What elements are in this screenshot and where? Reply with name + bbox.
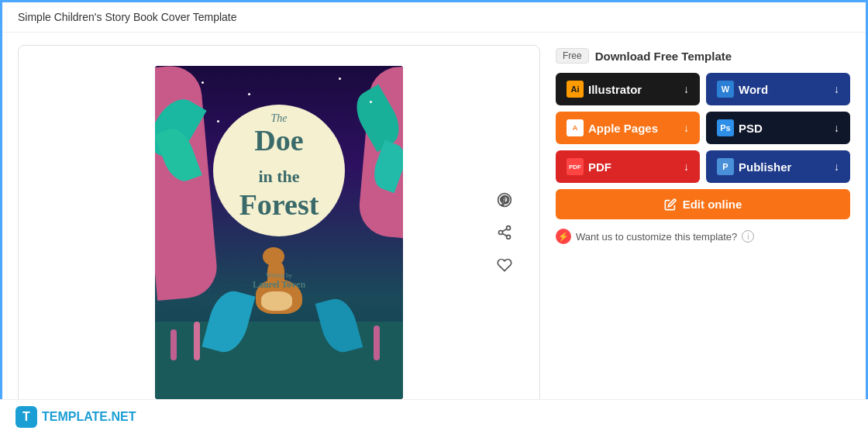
right-panel: Free Download Free Template Ai Illustrat… xyxy=(556,45,850,419)
publisher-label: Publisher xyxy=(739,160,791,174)
publisher-btn-icon-area: P Publisher xyxy=(717,158,828,175)
blue-leaf-2 xyxy=(315,294,363,356)
illustrator-download-button[interactable]: Ai Illustrator ↓ xyxy=(556,73,700,105)
free-badge-row: Free Download Free Template xyxy=(556,48,850,64)
pdf-icon: PDF xyxy=(567,158,584,175)
word-download-arrow: ↓ xyxy=(834,83,839,95)
download-title: Download Free Template xyxy=(595,50,732,63)
book-title-in-the: in the xyxy=(258,167,299,186)
word-download-button[interactable]: W Word ↓ xyxy=(706,73,850,105)
illustrator-label: Illustrator xyxy=(588,83,642,96)
edit-online-label: Edit online xyxy=(683,198,742,211)
pdf-btn-icon-area: PDF PDF xyxy=(567,158,677,175)
svg-point-0 xyxy=(507,226,511,229)
logo-t-icon: T xyxy=(16,406,37,428)
logo-letter: T xyxy=(22,410,30,424)
preview-area: The Doe in the Forest Written by Laurel … xyxy=(18,45,540,419)
download-buttons-grid: Ai Illustrator ↓ W Word ↓ A Apple Pages xyxy=(556,73,850,183)
book-written-by: Written by xyxy=(155,272,403,279)
book-cover-inner: The Doe in the Forest Written by Laurel … xyxy=(155,66,403,399)
logo-name: TEMPLATE xyxy=(42,410,108,423)
star xyxy=(339,78,341,80)
pdf-label: PDF xyxy=(588,160,611,174)
psd-label: PSD xyxy=(739,122,763,135)
star xyxy=(248,93,250,95)
pages-icon: A xyxy=(567,119,584,136)
book-title-doe: Doe xyxy=(254,124,303,157)
edit-online-button[interactable]: Edit online xyxy=(556,189,850,219)
pinterest-button[interactable] xyxy=(493,188,516,212)
customize-text: Want us to customize this template? xyxy=(576,231,737,243)
favorite-button[interactable] xyxy=(493,253,516,277)
free-badge: Free xyxy=(556,48,589,64)
illustrator-btn-icon-area: Ai Illustrator xyxy=(567,81,677,98)
publisher-download-button[interactable]: P Publisher ↓ xyxy=(706,150,850,183)
deer-head xyxy=(263,247,284,266)
book-title-the: The xyxy=(155,112,403,125)
pages-btn-icon-area: A Apple Pages xyxy=(567,119,677,136)
ps-icon: Ps xyxy=(717,119,734,136)
book-title-main: Doe in the Forest xyxy=(155,125,403,222)
psd-download-arrow: ↓ xyxy=(834,122,839,134)
svg-line-3 xyxy=(502,233,507,236)
pink-flower-2 xyxy=(194,322,200,360)
pink-flower-3 xyxy=(374,326,380,360)
pdf-download-button[interactable]: PDF PDF ↓ xyxy=(556,150,700,183)
page-header: Simple Children's Story Book Cover Templ… xyxy=(2,2,866,33)
svg-point-2 xyxy=(507,235,511,239)
info-icon[interactable]: i xyxy=(742,230,754,243)
page-title: Simple Children's Story Book Cover Templ… xyxy=(18,11,237,23)
pink-flower-1 xyxy=(170,329,177,360)
book-author-name: Laurel Toven xyxy=(155,279,403,291)
side-actions xyxy=(493,188,516,277)
book-title-area: The Doe in the Forest xyxy=(155,112,403,222)
logo-suffix: .NET xyxy=(108,410,136,423)
word-icon: W xyxy=(717,81,734,98)
word-label: Word xyxy=(739,83,768,96)
lightning-icon: ⚡ xyxy=(556,229,571,244)
logo-text: TEMPLATE.NET xyxy=(42,410,136,424)
publisher-download-arrow: ↓ xyxy=(834,160,839,173)
word-btn-icon-area: W Word xyxy=(717,81,828,98)
footer: T TEMPLATE.NET xyxy=(0,399,868,434)
psd-download-button[interactable]: Ps PSD ↓ xyxy=(706,112,850,144)
star xyxy=(370,101,372,103)
ground-foliage xyxy=(155,322,403,399)
deer-belly xyxy=(261,291,292,311)
book-title-forest: Forest xyxy=(239,188,319,221)
illustrator-download-arrow: ↓ xyxy=(684,83,689,95)
book-author: Written by Laurel Toven xyxy=(155,272,403,291)
pub-icon: P xyxy=(717,158,734,175)
svg-line-4 xyxy=(502,229,507,231)
svg-point-1 xyxy=(499,230,503,234)
psd-btn-icon-area: Ps PSD xyxy=(717,119,828,136)
pages-download-arrow: ↓ xyxy=(684,122,689,134)
pdf-download-arrow: ↓ xyxy=(684,160,689,173)
main-content: The Doe in the Forest Written by Laurel … xyxy=(2,33,866,432)
apple-pages-label: Apple Pages xyxy=(588,122,658,135)
book-cover: The Doe in the Forest Written by Laurel … xyxy=(155,66,403,399)
apple-pages-download-button[interactable]: A Apple Pages ↓ xyxy=(556,112,700,144)
star xyxy=(202,81,204,84)
customize-row: ⚡ Want us to customize this template? i xyxy=(556,229,850,244)
ai-icon: Ai xyxy=(567,81,584,98)
share-button[interactable] xyxy=(493,221,516,244)
